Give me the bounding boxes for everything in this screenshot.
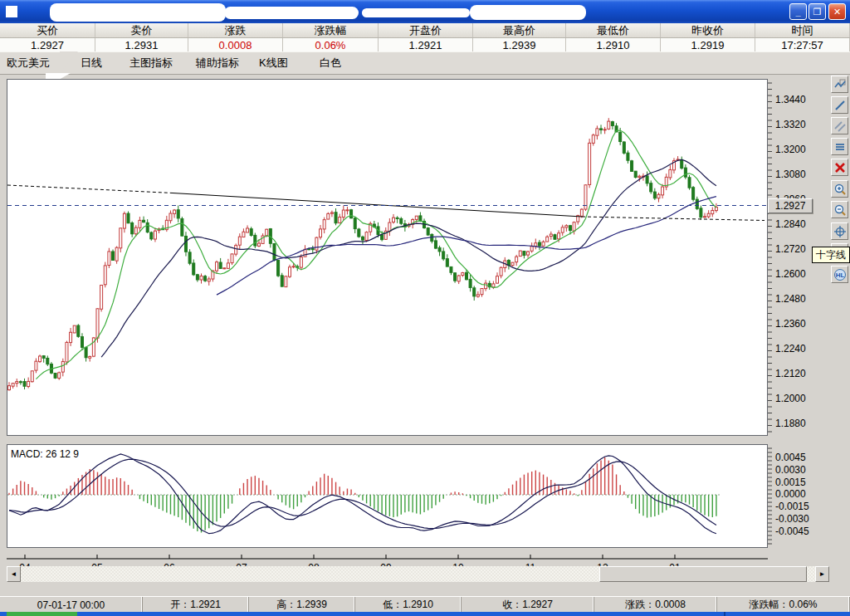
close-button[interactable]: ✕: [828, 3, 846, 20]
status-cell: 涨跌幅：0.06%: [717, 597, 850, 613]
price-axis-label: 1.2360: [775, 319, 806, 329]
candlestick-chart[interactable]: [7, 80, 767, 435]
polyline-draw-button[interactable]: [831, 76, 848, 93]
svg-text:HL: HL: [835, 271, 844, 279]
menu-bar: 欧元美元 日线主图指标辅助指标K线图白色: [0, 51, 850, 75]
price-axis-label: 1.2480: [775, 294, 806, 304]
macd-panel[interactable]: [7, 444, 768, 548]
quote-col-label: 开盘价: [379, 23, 473, 37]
quote-col-label: 涨跌幅: [283, 23, 379, 37]
app-icon: [6, 6, 17, 17]
macd-axis-label: -0.0045: [775, 526, 809, 536]
quote-col-label: 最高价: [473, 23, 566, 37]
crosshair-button[interactable]: [831, 222, 848, 240]
scroll-right-arrow[interactable]: ►: [815, 566, 829, 582]
menu-item[interactable]: 日线: [77, 52, 105, 74]
macd-axis-label: 0.0000: [775, 489, 806, 499]
candlestick-chart-panel[interactable]: [7, 79, 768, 436]
delete-icon: [833, 161, 847, 174]
quote-col-value: 1.2927: [0, 38, 95, 51]
horizontal-lines-button[interactable]: [831, 138, 848, 155]
taskbar-seam: [724, 612, 725, 616]
quote-col-label: 卖价: [95, 23, 188, 37]
status-cell: 收：1.2927: [462, 597, 594, 613]
price-axis-label: 1.2120: [775, 369, 806, 379]
macd-chart[interactable]: [7, 445, 767, 547]
status-cell: 涨跌：0.0008: [594, 597, 717, 613]
crosshair-icon: [833, 225, 847, 238]
quote-header-values: 1.29271.29310.00080.06%1.29211.29391.291…: [0, 38, 850, 52]
polyline-draw-icon: [833, 78, 847, 91]
macd-axis-ticks: [768, 444, 774, 548]
parallel-lines-button[interactable]: [831, 117, 848, 134]
zoom-out-button[interactable]: [831, 201, 848, 218]
scroll-left-arrow[interactable]: ◄: [7, 566, 21, 582]
parallel-lines-icon: [833, 120, 847, 133]
quote-col-value: 1.2910: [566, 38, 661, 51]
horizontal-lines-icon: [833, 140, 847, 154]
high-low-button[interactable]: HL: [831, 266, 848, 283]
restore-button[interactable]: ❐: [808, 3, 826, 20]
macd-axis-label: 0.0030: [775, 465, 806, 475]
price-axis-label: 1.3200: [775, 144, 806, 154]
price-axis-label: 1.2600: [775, 269, 806, 279]
price-axis-label: 1.3440: [775, 95, 806, 105]
tab-slant-edge: [60, 51, 78, 73]
price-axis-label: 1.3320: [775, 120, 806, 130]
erased-title-smudge: [224, 7, 359, 19]
price-axis-ticks: [768, 79, 774, 436]
delete-button[interactable]: [831, 159, 848, 176]
price-axis-label: 1.1880: [775, 418, 806, 428]
status-cell: 高：1.2939: [249, 597, 355, 613]
quote-col-label: 昨收价: [661, 23, 755, 37]
status-bar: 07-01-17 00:00开：1.2921高：1.2939低：1.2910收：…: [0, 596, 850, 613]
crosshair-tooltip: 十字线: [812, 247, 850, 263]
zoom-in-icon: [833, 183, 847, 196]
menu-item[interactable]: 主图指标: [126, 52, 176, 74]
menu-item[interactable]: 白色: [316, 52, 344, 74]
quote-col-value: 0.0008: [188, 38, 283, 51]
macd-axis-label: -0.0030: [775, 514, 809, 524]
status-cell: 低：1.2910: [355, 597, 462, 613]
current-price-badge: 1.2927: [768, 198, 813, 213]
quote-col-value: 1.2939: [473, 38, 566, 51]
quote-col-label: 时间: [755, 23, 850, 37]
title-bar[interactable]: _ ❐ ✕: [0, 0, 850, 23]
erased-title-smudge: [470, 5, 586, 20]
price-axis-label: 1.2720: [775, 244, 806, 254]
menu-item[interactable]: 辅助指标: [193, 52, 242, 74]
quote-col-value: 1.2921: [379, 38, 473, 51]
chart-scrollbar[interactable]: ◄ ►: [7, 566, 829, 582]
macd-axis-label: 0.0015: [775, 477, 806, 487]
trendline-button[interactable]: [831, 96, 848, 114]
macd-axis-label: 0.0045: [775, 452, 806, 462]
scrollbar-thumb[interactable]: [599, 566, 807, 582]
status-cell: 07-01-17 00:00: [0, 597, 143, 613]
quote-col-label: 涨跌: [188, 23, 283, 37]
trading-app-window: _ ❐ ✕ 买价卖价涨跌涨跌幅开盘价最高价最低价昨收价时间 1.29271.29…: [0, 0, 850, 616]
quote-col-label: 买价: [0, 23, 95, 37]
quote-col-value: 1.2919: [661, 38, 755, 51]
high-low-icon: HL: [833, 268, 847, 281]
status-cell: 开：1.2921: [143, 597, 249, 613]
quote-col-value: 0.06%: [283, 38, 379, 51]
quote-col-value: 17:27:57: [755, 38, 850, 51]
erased-title-smudge: [50, 3, 226, 22]
trendline-icon: [833, 99, 847, 112]
price-axis-label: 1.3080: [775, 169, 806, 179]
quote-col-label: 最低价: [566, 23, 661, 37]
zoom-in-button[interactable]: [831, 180, 848, 198]
menu-item[interactable]: K线图: [256, 52, 291, 74]
macd-indicator-label: MACD: 26 12 9: [11, 448, 79, 460]
price-axis-label: 1.2000: [775, 394, 806, 403]
price-axis-label: 1.2240: [775, 344, 806, 354]
quote-header-labels: 买价卖价涨跌涨跌幅开盘价最高价最低价昨收价时间: [0, 23, 850, 38]
taskbar-progress-green: [7, 612, 77, 616]
price-axis-label: 1.2840: [775, 219, 806, 229]
taskbar-strip: [0, 612, 850, 616]
quote-col-value: 1.2931: [95, 38, 188, 51]
zoom-out-icon: [833, 203, 847, 217]
erased-title-smudge: [362, 8, 470, 17]
macd-axis-label: -0.0015: [775, 501, 809, 511]
minimize-button[interactable]: _: [789, 3, 807, 20]
